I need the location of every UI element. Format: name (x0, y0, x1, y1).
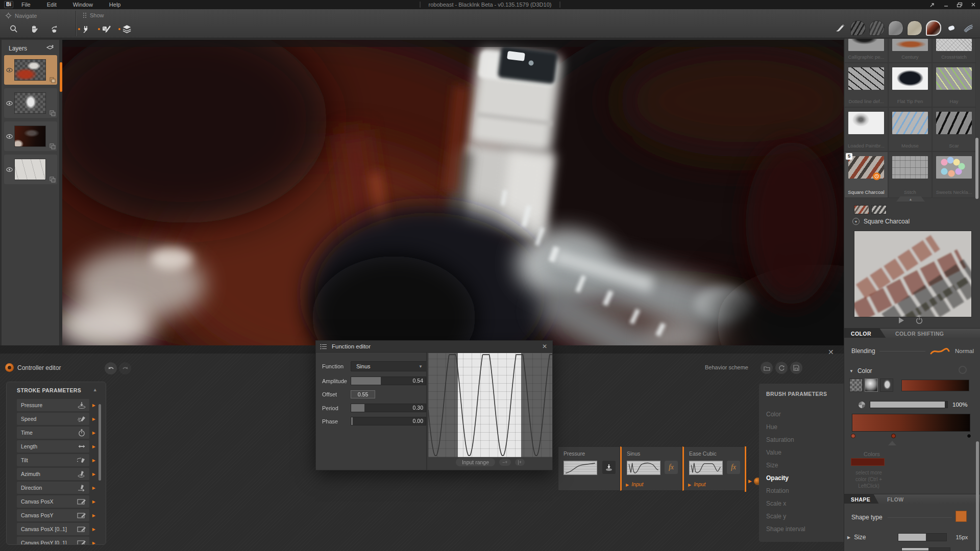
sidebar-scrollbar[interactable] (976, 441, 979, 551)
brush-cell-loaded-paintbrush[interactable]: Loaded Paintbr... (844, 107, 888, 152)
eraser-tool-button[interactable] (945, 21, 958, 35)
minimize-button[interactable] (942, 1, 949, 8)
tab-flow[interactable]: FLOW (887, 494, 904, 504)
brush-cell-sweets-necklace[interactable]: Sweets Neckla... (932, 152, 976, 198)
layer-options-icon[interactable] (50, 143, 56, 149)
rotate-view-tool-button[interactable] (48, 22, 61, 36)
stroke-param-canvas-posx-01[interactable]: Canvas PosX [0..1] ▶ (17, 523, 89, 535)
stroke-param-azimuth[interactable]: Azimuth ▶ (17, 468, 89, 480)
node-input-port[interactable]: ▶Input (688, 481, 706, 487)
brush-cell-flat-tip-pen[interactable]: Flat Tip Pen (888, 63, 932, 107)
portrait-picker-button[interactable] (880, 379, 893, 392)
shape-type-swatch[interactable] (955, 511, 967, 522)
stroke-param-tilt[interactable]: Tilt ▶ (17, 454, 89, 466)
brush-preset-1[interactable] (850, 20, 866, 36)
brush-cell-century[interactable]: Century (888, 38, 932, 63)
show-color-button[interactable] (98, 22, 111, 36)
gradient-stop-left[interactable] (851, 434, 855, 438)
load-scheme-button[interactable] (761, 362, 773, 374)
color-reset-button[interactable] (959, 366, 967, 374)
drag-handle-icon[interactable]: ▶ (92, 431, 95, 435)
brush-cell-dotted-line[interactable]: Dotted line def... (844, 63, 888, 107)
amplitude-slider[interactable]: 0.54 (351, 377, 426, 385)
brush-param-color[interactable]: Color (759, 408, 844, 421)
layer-visibility-toggle[interactable] (4, 134, 14, 139)
node-sinus[interactable]: Sinus fx ▶Input (620, 446, 682, 491)
stroke-param-canvas-posy[interactable]: Canvas PosY ▶ (17, 509, 89, 521)
drag-handle-icon[interactable]: ▶ (92, 417, 95, 421)
menu-help[interactable]: Help (101, 0, 129, 9)
stroke-param-time[interactable]: Time ▶ (17, 427, 89, 439)
layer-visibility-toggle[interactable] (4, 167, 14, 172)
canvas-painting[interactable] (62, 40, 844, 345)
function-curve-graph[interactable] (428, 353, 552, 457)
mini-gradient-bar[interactable] (901, 380, 969, 391)
layer-options-icon[interactable] (50, 77, 56, 83)
offset-input[interactable]: 0.55 (351, 390, 375, 398)
zoom-in-button[interactable]: |+ (515, 459, 525, 466)
add-layer-button[interactable] (46, 44, 54, 52)
pan-tool-button[interactable] (28, 22, 41, 36)
phase-slider[interactable]: 0.00 (351, 417, 426, 425)
menu-file[interactable]: File (13, 0, 39, 9)
fullscreen-button[interactable] (928, 1, 936, 8)
drag-handle-icon[interactable]: ▶ (92, 541, 95, 545)
brush-param-opacity-selected[interactable]: Opacity (759, 472, 844, 485)
function-editor-titlebar[interactable]: Function editor ✕ (316, 341, 552, 353)
partial-slider[interactable] (901, 547, 950, 551)
layer-row-4[interactable] (4, 155, 57, 184)
layer-row-3[interactable] (4, 121, 57, 151)
show-connectors-button[interactable] (78, 22, 91, 36)
grayscale-picker-button[interactable] (849, 379, 863, 392)
brush-param-hue[interactable]: Hue (759, 421, 844, 434)
layer-row-1-selected[interactable] (4, 55, 57, 85)
menu-window[interactable]: Window (65, 0, 101, 9)
chevron-circle-icon[interactable]: ▼ (852, 218, 860, 225)
node-ease-cubic[interactable]: Ease Cubic fx ▶Input (682, 446, 745, 491)
brush-cell-scar[interactable]: Scar (932, 107, 976, 152)
brush-cell-square-charcoal-selected[interactable]: 5 Square Charcoal (844, 152, 888, 198)
zoom-out-button[interactable]: −+ (499, 459, 511, 466)
zoom-tool-button[interactable] (7, 22, 20, 36)
menu-edit[interactable]: Edit (39, 0, 65, 9)
brush-tool-button[interactable] (834, 21, 847, 35)
gradient-editor-bar[interactable] (852, 414, 970, 432)
expand-triangle-icon[interactable]: ▶ (847, 535, 850, 540)
layer-visibility-toggle[interactable] (4, 68, 14, 72)
stroke-param-pressure[interactable]: Pressure ▶ (17, 399, 89, 411)
app-logo[interactable]: Bi (4, 1, 13, 8)
drag-handle-icon[interactable]: ▶ (92, 458, 95, 463)
input-range-button[interactable]: Input range (456, 458, 495, 466)
gradient-stop-middle[interactable] (891, 434, 896, 438)
stroke-param-length[interactable]: Length ▶ (17, 440, 89, 453)
stroke-param-direction[interactable]: Direction ▶ (17, 482, 89, 494)
brush-param-scale-x[interactable]: Scale x (759, 497, 844, 510)
brush-param-rotation[interactable]: Rotation (759, 485, 844, 497)
brush-preset-5-selected[interactable] (926, 20, 941, 36)
node-pressure[interactable]: Pressure (558, 446, 620, 491)
undo-button[interactable] (105, 362, 117, 374)
drag-handle-icon[interactable]: ▶ (92, 527, 95, 532)
collapse-chevron-icon[interactable]: ▲ (93, 387, 97, 392)
controller-close-button[interactable]: ✕ (828, 348, 834, 356)
drag-handle-icon[interactable]: ▶ (92, 472, 95, 477)
save-scheme-button[interactable] (790, 362, 802, 374)
power-toggle-button[interactable] (916, 317, 923, 324)
play-preview-button[interactable] (898, 317, 904, 324)
period-slider[interactable]: 0.30 (351, 404, 426, 412)
preview-collapse-tab[interactable]: ▲ (896, 196, 925, 202)
size-slider[interactable] (898, 533, 947, 541)
reset-scheme-button[interactable] (775, 362, 788, 374)
drag-handle-icon[interactable]: ▶ (92, 403, 95, 408)
layer-options-icon[interactable] (50, 177, 56, 183)
layer-options-icon[interactable] (50, 110, 56, 116)
brush-param-saturation[interactable]: Saturation (759, 434, 844, 446)
opacity-slider[interactable] (870, 401, 948, 408)
brush-cell-hay[interactable]: Hay (932, 63, 976, 107)
brush-preset-2[interactable] (869, 20, 885, 36)
restore-button[interactable] (956, 1, 963, 8)
drag-handle-icon[interactable]: ▶ (92, 499, 95, 504)
sphere-picker-button[interactable] (865, 379, 878, 392)
brush-grid-scrollbar[interactable] (975, 138, 978, 199)
smudge-tool-button[interactable] (962, 21, 975, 35)
